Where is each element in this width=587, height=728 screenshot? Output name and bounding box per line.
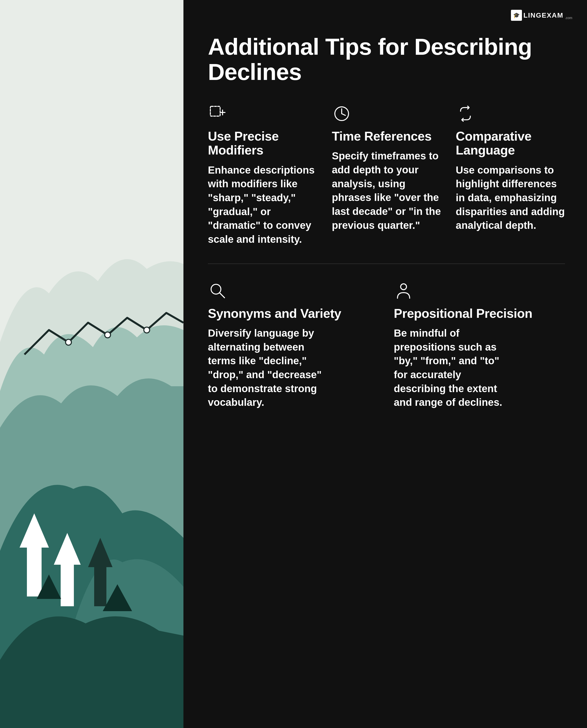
svg-line-14 (342, 114, 345, 115)
tip-body-time-references: Specify timeframes to add depth to your … (332, 149, 441, 232)
svg-point-2 (105, 332, 111, 338)
tip-card-time-references: Time References Specify timeframes to ad… (332, 104, 441, 246)
clock-icon (332, 104, 351, 123)
tip-title-comparative-language: Comparative Language (456, 129, 565, 157)
logo-icon: 🎓 (511, 10, 522, 21)
tip-body-prepositional-precision: Be mindful of prepositions such as "by,"… (394, 326, 511, 410)
tip-title-time-references: Time References (332, 129, 441, 143)
tip-title-synonyms-variety: Synonyms and Variety (208, 307, 379, 320)
left-illustration-panel (0, 0, 183, 728)
tip-title-prepositional-precision: Prepositional Precision (394, 307, 565, 320)
section-divider (208, 264, 565, 264)
logo-text: LINGEXAM (523, 11, 564, 19)
tip-card-synonyms-variety: Synonyms and Variety Diversify language … (208, 281, 379, 410)
svg-line-16 (220, 293, 225, 298)
main-title: Additional Tips for Describing Declines (208, 34, 563, 84)
svg-point-1 (66, 339, 71, 345)
tip-body-comparative-language: Use comparisons to highlight differences… (456, 163, 565, 233)
svg-point-3 (144, 327, 150, 333)
svg-point-17 (401, 284, 406, 290)
tip-body-precise-modifiers: Enhance descriptions with modifiers like… (208, 163, 317, 246)
tips-grid-row2: Synonyms and Variety Diversify language … (208, 281, 565, 410)
tips-grid-row1: Use Precise Modifiers Enhance descriptio… (208, 104, 565, 246)
arrows-compare-icon (456, 104, 475, 123)
logo-dot: .com (565, 16, 572, 20)
tip-card-precise-modifiers: Use Precise Modifiers Enhance descriptio… (208, 104, 317, 246)
tip-title-precise-modifiers: Use Precise Modifiers (208, 129, 317, 157)
svg-rect-9 (210, 106, 220, 116)
person-icon (394, 281, 413, 301)
tip-body-synonyms-variety: Diversify language by alternating betwee… (208, 326, 325, 410)
logo: 🎓 LINGEXAM .com (511, 10, 572, 21)
tip-card-comparative-language: Comparative Language Use comparisons to … (456, 104, 565, 246)
right-content-panel: 🎓 LINGEXAM .com Additional Tips for Desc… (183, 0, 587, 728)
cursor-plus-icon (208, 104, 228, 123)
tip-card-prepositional-precision: Prepositional Precision Be mindful of pr… (394, 281, 565, 410)
search-icon (208, 281, 228, 301)
